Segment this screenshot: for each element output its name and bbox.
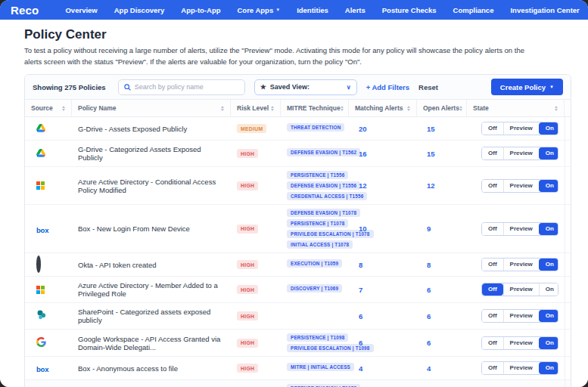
matching-alerts-count[interactable]: 6: [355, 312, 362, 320]
add-filters-button[interactable]: + Add Filters: [366, 83, 409, 91]
state-option-off[interactable]: Off: [482, 337, 503, 349]
sort-icon: [62, 106, 65, 112]
mitre-tag: EXECUTION | T1059: [287, 259, 342, 268]
column-header-source[interactable]: Source: [25, 100, 72, 116]
create-policy-label: Create Policy: [500, 83, 546, 91]
matching-alerts-count[interactable]: 10: [355, 224, 367, 233]
nav-item-investigation-center[interactable]: Investigation Center: [502, 0, 587, 20]
matching-alerts-count[interactable]: 6: [355, 339, 362, 347]
state-option-on[interactable]: On: [539, 147, 558, 159]
column-header-label: Open Alerts: [423, 104, 459, 112]
risk-badge: HIGH: [237, 181, 258, 190]
state-option-off[interactable]: Off: [482, 310, 503, 322]
state-option-on[interactable]: On: [539, 283, 558, 296]
state-option-on[interactable]: On: [539, 180, 558, 192]
source-cell: [25, 176, 72, 195]
sort-icon: [221, 106, 224, 112]
matching-alerts-count[interactable]: 16: [355, 150, 367, 158]
state-option-on[interactable]: On: [539, 310, 558, 322]
open-alerts-count[interactable]: 9: [423, 224, 431, 233]
search-input[interactable]: [135, 83, 239, 91]
state-option-preview[interactable]: Preview: [503, 362, 539, 374]
state-option-preview[interactable]: Preview: [503, 337, 539, 349]
showing-count: Showing 275 Policies: [33, 83, 106, 91]
policies-table-container: Showing 275 Policies ★ Saved View: ∨ + A…: [24, 74, 571, 387]
policy-name-cell: G-Drive - Assets Exposed Publicly: [72, 119, 231, 138]
table-row: G-Drive - Categorized Assets Exposed Pub…: [25, 141, 571, 167]
okta-icon: [36, 258, 41, 271]
reco-logo[interactable]: Reco: [11, 0, 39, 20]
nav-item-core-apps[interactable]: Core Apps▼: [229, 0, 289, 20]
open-alerts-cell: 9: [417, 219, 467, 238]
state-option-on[interactable]: On: [539, 223, 558, 235]
open-alerts-count[interactable]: 6: [423, 312, 431, 320]
nav-item-posture-checks[interactable]: Posture Checks: [374, 0, 445, 20]
policy-name: SharePoint - Categorized assets exposed …: [78, 308, 225, 324]
nav-item-compliance[interactable]: Compliance: [445, 0, 502, 20]
state-option-off[interactable]: Off: [482, 223, 503, 235]
nav-item-app-to-app[interactable]: App-to-App: [173, 0, 229, 20]
mitre-tag: PERSISTENCE | T1078: [287, 219, 348, 228]
matching-alerts-count[interactable]: 7: [355, 286, 362, 294]
open-alerts-count[interactable]: 15: [423, 150, 435, 158]
create-policy-button[interactable]: Create Policy ▼: [491, 79, 563, 95]
column-header-policy-name[interactable]: Policy Name: [72, 100, 231, 116]
mitre-tag: MITRE | INITIAL ACCESS: [287, 363, 354, 371]
risk-badge: HIGH: [237, 149, 258, 158]
open-alerts-count[interactable]: 8: [423, 261, 431, 269]
matching-alerts-count[interactable]: 20: [355, 125, 367, 133]
open-alerts-count[interactable]: 15: [423, 125, 435, 133]
mitre-technique-cell: EXECUTION | T1059: [281, 255, 349, 274]
state-option-off[interactable]: Off: [482, 122, 503, 135]
matching-alerts-count[interactable]: 8: [355, 261, 362, 269]
state-option-preview[interactable]: Preview: [503, 147, 539, 159]
state-option-preview[interactable]: Preview: [503, 180, 539, 192]
chevron-down-icon: ▼: [275, 8, 280, 12]
nav-item-identities[interactable]: Identities: [288, 0, 337, 20]
state-option-preview[interactable]: Preview: [503, 223, 539, 235]
open-alerts-count[interactable]: 6: [423, 339, 431, 347]
saved-view-select[interactable]: ★ Saved View: ∨: [254, 79, 357, 95]
nav-item-app-discovery[interactable]: App Discovery: [106, 0, 173, 20]
open-alerts-cell: 12: [417, 176, 467, 195]
matching-alerts-cell: 6: [349, 333, 417, 352]
reset-button[interactable]: Reset: [418, 83, 438, 91]
state-option-on[interactable]: On: [539, 259, 558, 271]
state-option-off[interactable]: Off: [482, 147, 503, 159]
column-header-open-alerts[interactable]: Open Alerts: [417, 100, 467, 116]
nav-item-label: Compliance: [453, 6, 494, 14]
column-header-matching-alerts[interactable]: Matching Alerts: [349, 100, 417, 116]
open-alerts-count[interactable]: 6: [423, 286, 431, 294]
open-alerts-count[interactable]: 4: [423, 364, 431, 373]
state-option-off[interactable]: Off: [482, 259, 503, 271]
chevron-down-icon: ∨: [347, 84, 351, 91]
state-toggle: OffPreviewOn: [481, 309, 558, 323]
state-option-on[interactable]: On: [539, 337, 558, 349]
matching-alerts-cell: 7: [349, 280, 417, 299]
sort-down-icon: [555, 109, 558, 111]
matching-alerts-count[interactable]: 12: [355, 181, 367, 190]
state-option-preview[interactable]: Preview: [503, 283, 539, 296]
state-option-preview[interactable]: Preview: [503, 122, 539, 135]
state-option-preview[interactable]: Preview: [503, 310, 539, 322]
matching-alerts-count[interactable]: 4: [355, 364, 362, 373]
box-icon: box: [36, 361, 48, 375]
column-header-state[interactable]: State: [467, 100, 565, 116]
state-toggle: OffPreviewOn: [481, 361, 558, 375]
state-option-on[interactable]: On: [539, 362, 558, 374]
nav-item-alerts[interactable]: Alerts: [337, 0, 374, 20]
state-cell: OffPreviewOn: [467, 175, 565, 197]
column-header-risk-level[interactable]: Risk Level: [231, 100, 281, 116]
risk-level-cell: HIGH: [231, 280, 281, 299]
open-alerts-cell: 4: [417, 359, 467, 378]
state-option-on[interactable]: On: [539, 122, 558, 135]
state-option-off[interactable]: Off: [482, 362, 503, 374]
policy-name-cell: G-Drive - Categorized Assets Exposed Pub…: [72, 141, 231, 166]
column-header-mitre-technique[interactable]: MITRE Technique: [281, 100, 349, 116]
state-cell: OffPreviewOn: [467, 357, 565, 379]
state-option-off[interactable]: Off: [482, 283, 503, 296]
state-option-off[interactable]: Off: [482, 180, 503, 192]
state-option-preview[interactable]: Preview: [503, 259, 539, 271]
nav-item-overview[interactable]: Overview: [57, 0, 105, 20]
open-alerts-count[interactable]: 12: [423, 181, 435, 190]
